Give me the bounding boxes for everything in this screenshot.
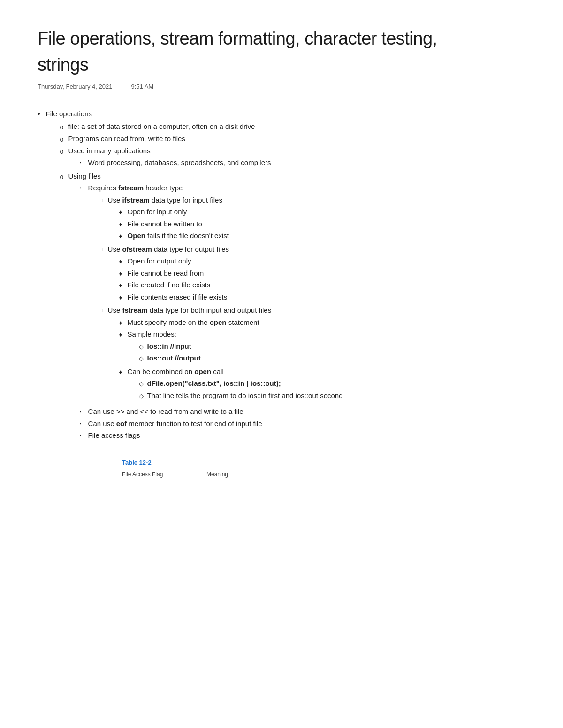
item-text: Can use eof member function to test for …	[88, 419, 525, 429]
item-text: Open for input only	[128, 207, 525, 218]
diamond-bullet: ♦	[119, 368, 128, 377]
list-item: • File operations o file: a set of data …	[38, 109, 525, 444]
list-item: ♦ File created if no file exists	[119, 280, 525, 291]
item-text: Ios::in //input	[147, 341, 525, 352]
item-text: dFile.open("class.txt", ios::in | ios::o…	[147, 378, 525, 389]
item-text: File contents erased if file exists	[128, 292, 525, 303]
item-text: Word processing, databases, spreadsheets…	[88, 158, 525, 168]
item-text: Use ifstream data type for input files ♦…	[108, 195, 525, 243]
small-square-bullet: □	[99, 196, 108, 204]
list-item: ▪ File access flags	[80, 430, 525, 441]
circle-bullet: o	[60, 122, 68, 132]
date-line: Thursday, February 4, 2021 9:51 AM	[38, 83, 525, 90]
item-text: Sample modes: ◇ Ios::in //input	[128, 329, 525, 365]
item-text: Ios::out //output	[147, 353, 525, 364]
list-item: ♦ Sample modes: ◇	[119, 329, 525, 365]
main-topic: File operations o file: a set of data st…	[46, 109, 525, 444]
list-item: ♦ Open for input only	[119, 207, 525, 218]
diamond-bullet: ♦	[119, 269, 128, 278]
level5-list: ◇ Ios::in //input ◇ Ios::out //o	[139, 341, 525, 364]
table-col1-header: File Access Flag	[122, 471, 206, 478]
table-section: Table 12-2 File Access Flag Meaning	[122, 458, 525, 479]
item-text: Can use >> and << to read from and write…	[88, 406, 525, 417]
level4-list: ♦ Open for output only ♦ File cannot be …	[119, 256, 525, 302]
list-item: ♦ Can be combined on open call ◇	[119, 367, 525, 403]
page-title-line2: strings	[38, 54, 525, 76]
list-item: □ Use fstream data type for both input a…	[99, 305, 525, 404]
circle-bullet: o	[60, 172, 68, 182]
item-text: Programs can read from, write to files	[68, 134, 525, 144]
square-bullet: ▪	[80, 420, 88, 427]
item-text: File cannot be written to	[128, 219, 525, 230]
square-bullet: ▪	[80, 408, 88, 415]
main-list: • File operations o file: a set of data …	[38, 109, 525, 444]
item-text: Use fstream data type for both input and…	[108, 305, 525, 404]
main-bullet: •	[38, 110, 40, 118]
table-title: Table 12-2	[122, 459, 152, 467]
date: Thursday, February 4, 2021	[38, 83, 112, 90]
item-text: File access flags	[88, 430, 525, 441]
list-item: o Programs can read from, write to files	[60, 134, 525, 144]
time: 9:51 AM	[131, 83, 153, 90]
item-text: Use ofstream data type for output files …	[108, 244, 525, 304]
list-item: ♦ Open fails if the file doesn't exist	[119, 231, 525, 241]
level4-list: ♦ Open for input only ♦ File cannot be w…	[119, 207, 525, 241]
list-item: o Using files ▪ Requires fstream header …	[60, 171, 525, 443]
square-bullet: ▪	[80, 432, 88, 439]
level4-list: ♦ Must specify mode on the open statemen…	[119, 317, 525, 403]
item-text: Requires fstream header type □ Use ifstr…	[88, 183, 525, 405]
list-item: ♦ File cannot be read from	[119, 268, 525, 279]
item-text: Can be combined on open call ◇ dFile.ope…	[128, 367, 525, 403]
list-item: ◇ Ios::in //input	[139, 341, 525, 352]
list-item: ▪ Word processing, databases, spreadshee…	[80, 158, 525, 168]
level3-list: □ Use ifstream data type for input files…	[99, 195, 525, 404]
level1-list: o file: a set of data stored on a comput…	[60, 121, 525, 443]
level5-list: ◇ dFile.open("class.txt", ios::in | ios:…	[139, 378, 525, 401]
list-item: ♦ Open for output only	[119, 256, 525, 267]
diamond-bullet: ♦	[119, 220, 128, 229]
open-diamond-bullet: ◇	[139, 391, 147, 401]
square-bullet: ▪	[80, 159, 88, 166]
diamond-bullet: ♦	[119, 257, 128, 266]
item-text: Must specify mode on the open statement	[128, 317, 525, 328]
item-text: File cannot be read from	[128, 268, 525, 279]
item-text: Used in many applications ▪ Word process…	[68, 146, 525, 170]
small-square-bullet: □	[99, 246, 108, 254]
table-header: File Access Flag Meaning	[122, 471, 357, 479]
small-square-bullet: □	[99, 307, 108, 315]
list-item: ▪ Can use >> and << to read from and wri…	[80, 406, 525, 417]
diamond-bullet: ♦	[119, 318, 128, 328]
item-text: Open for output only	[128, 256, 525, 267]
open-diamond-bullet: ◇	[139, 354, 147, 363]
list-item: ▪ Can use eof member function to test fo…	[80, 419, 525, 429]
list-item: ◇ Ios::out //output	[139, 353, 525, 364]
list-item: ♦ File cannot be written to	[119, 219, 525, 230]
item-text: file: a set of data stored on a computer…	[68, 121, 525, 132]
item-text: That line tells the program to do ios::i…	[147, 390, 525, 401]
diamond-bullet: ♦	[119, 232, 128, 241]
list-item: o Used in many applications ▪ Word proce…	[60, 146, 525, 170]
diamond-bullet: ♦	[119, 293, 128, 302]
open-diamond-bullet: ◇	[139, 379, 147, 389]
list-item: ◇ dFile.open("class.txt", ios::in | ios:…	[139, 378, 525, 389]
item-text: File created if no file exists	[128, 280, 525, 291]
item-text: Open fails if the file doesn't exist	[128, 231, 525, 241]
list-item: □ Use ifstream data type for input files…	[99, 195, 525, 243]
diamond-bullet: ♦	[119, 330, 128, 339]
level2-list: ▪ Requires fstream header type □ Us	[80, 183, 525, 441]
list-item: ▪ Requires fstream header type □ Us	[80, 183, 525, 405]
square-bullet: ▪	[80, 184, 88, 191]
open-diamond-bullet: ◇	[139, 342, 147, 352]
list-item: o file: a set of data stored on a comput…	[60, 121, 525, 132]
table-col2-header: Meaning	[206, 471, 357, 478]
diamond-bullet: ♦	[119, 208, 128, 217]
circle-bullet: o	[60, 135, 68, 144]
level2-list: ▪ Word processing, databases, spreadshee…	[80, 158, 525, 168]
list-item: ♦ File contents erased if file exists	[119, 292, 525, 303]
page-title-line1: File operations, stream formatting, char…	[38, 28, 525, 50]
list-item: ♦ Must specify mode on the open statemen…	[119, 317, 525, 328]
item-text: Using files ▪ Requires fstream header ty…	[68, 171, 525, 443]
diamond-bullet: ♦	[119, 281, 128, 290]
circle-bullet: o	[60, 147, 68, 157]
list-item: ◇ That line tells the program to do ios:…	[139, 390, 525, 401]
